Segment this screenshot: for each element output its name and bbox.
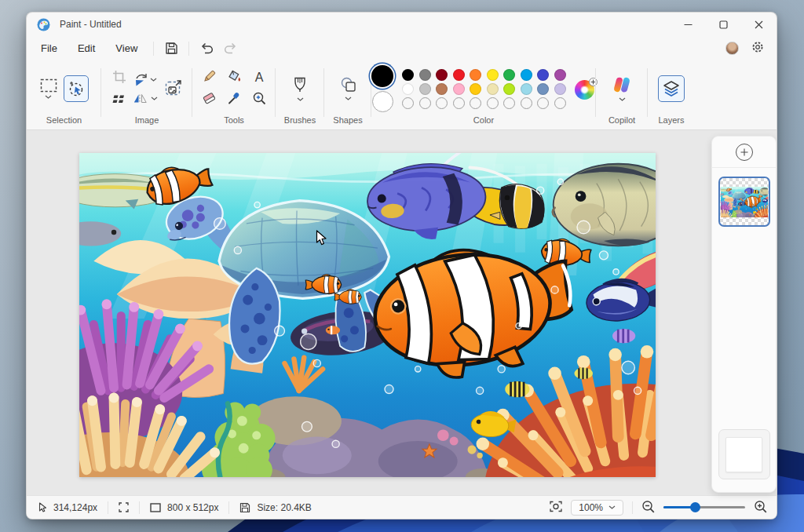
ribbon-section-brushes: Brushes [276,60,324,129]
zoom-out-button[interactable] [641,500,655,516]
edit-colors-button[interactable] [575,78,596,100]
canvas-size-icon [150,503,161,512]
paint-app-icon [37,18,50,31]
menu-file[interactable]: File [31,38,68,58]
color-swatch-1-3[interactable] [453,83,465,95]
foreground-color[interactable] [371,65,393,87]
file-size-value: Size: 20.4KB [257,502,311,513]
add-layer-button[interactable] [736,144,753,161]
chevron-down-icon [345,97,352,100]
custom-color-slot-2[interactable] [436,97,448,109]
zoom-in-button[interactable] [754,500,767,516]
custom-color-slot-6[interactable] [503,97,515,109]
color-swatch-1-9[interactable] [554,83,566,95]
canvas-area [27,130,777,495]
chevron-down-icon [619,97,626,101]
layers-panel [711,136,777,493]
layers-button[interactable] [658,75,685,102]
crop-button[interactable] [112,70,126,87]
menu-view[interactable]: View [105,38,148,58]
color-swatch-0-6[interactable] [503,69,515,81]
color-swatch-1-5[interactable] [487,83,499,95]
color-swatch-0-4[interactable] [470,69,481,81]
copilot-button[interactable] [612,76,631,101]
layer-thumbnail[interactable] [718,177,770,227]
color-swatch-0-8[interactable] [537,69,549,81]
titlebar: Paint - Untitled [27,13,777,36]
background-color[interactable] [372,91,393,112]
maximize-button[interactable] [706,13,741,36]
smart-select-icon [68,80,85,97]
color-swatch-1-0[interactable] [402,83,414,95]
account-avatar[interactable] [725,42,739,55]
zoom-level-dropdown[interactable]: 100% [571,500,623,516]
menubar-divider [153,42,154,56]
color-swatch-0-2[interactable] [436,69,448,81]
rectangle-select-icon [40,78,57,93]
eraser-tool[interactable] [202,92,217,107]
brush-icon [294,77,306,93]
layers-panel-header [712,137,776,168]
text-tool-icon: A [255,71,264,84]
cursor-position-icon [38,502,47,512]
redo-button[interactable] [218,38,242,59]
canvas[interactable] [79,153,656,477]
canvas-artwork[interactable] [79,153,656,477]
close-button[interactable] [741,13,777,36]
custom-color-slot-9[interactable] [554,97,566,109]
magnifier-icon [252,91,266,105]
section-label: Color [473,115,494,125]
settings-button[interactable] [751,41,764,56]
fill-tool[interactable] [226,69,242,86]
custom-color-slot-7[interactable] [521,97,532,109]
color-swatch-0-7[interactable] [521,69,532,81]
color-palette-grid [402,69,566,109]
color-swatch-0-0[interactable] [402,69,414,81]
menu-edit[interactable]: Edit [68,38,105,58]
redo-icon [224,42,237,54]
text-tool[interactable]: A [255,71,264,85]
undo-button[interactable] [195,38,218,59]
resize-skew-icon [112,94,126,104]
minimize-button[interactable] [671,13,706,36]
statusbar: 314,124px 800 x 512px Size: 20.4KB [27,495,777,519]
brushes-button[interactable] [294,77,306,101]
smart-select-tool[interactable] [64,75,89,102]
pencil-tool[interactable] [202,69,217,87]
zoom-slider[interactable] [663,502,745,513]
custom-color-slot-3[interactable] [453,97,465,109]
color-picker-tool[interactable] [227,91,241,108]
color-swatch-1-7[interactable] [521,83,532,95]
color-swatch-1-2[interactable] [436,83,448,95]
chevron-down-icon [150,78,157,82]
custom-color-slot-0[interactable] [402,97,414,109]
color-swatch-0-5[interactable] [487,69,499,81]
custom-color-slot-1[interactable] [419,97,431,109]
flip-button[interactable] [133,93,158,104]
color-swatch-1-6[interactable] [503,83,515,95]
rotate-button[interactable] [133,73,157,86]
magnifier-tool[interactable] [252,91,266,108]
eyedropper-icon [227,91,241,105]
copilot-icon [612,76,631,93]
resize-image-button[interactable] [165,79,182,99]
color-swatch-0-3[interactable] [453,69,465,81]
save-button[interactable] [159,38,183,59]
color-swatch-1-1[interactable] [419,83,431,95]
paint-window: Paint - Untitled File Edit View [26,12,777,519]
fit-to-screen-button[interactable] [550,501,562,515]
custom-color-slot-5[interactable] [487,97,499,109]
background-layer-tile[interactable] [718,429,770,479]
color-swatch-1-8[interactable] [537,83,549,95]
color-swatch-0-9[interactable] [554,69,566,81]
ribbon-section-copilot: Copilot [596,60,648,129]
file-size: Size: 20.4KB [229,502,321,513]
custom-color-slot-4[interactable] [470,97,481,109]
shapes-button[interactable] [340,77,356,100]
rectangle-select-tool[interactable] [40,78,57,99]
resize-skew-button[interactable] [112,93,126,107]
color-swatch-0-1[interactable] [419,69,431,81]
zoom-slider-thumb[interactable] [690,502,700,512]
custom-color-slot-8[interactable] [537,97,549,109]
color-swatch-1-4[interactable] [470,83,481,95]
